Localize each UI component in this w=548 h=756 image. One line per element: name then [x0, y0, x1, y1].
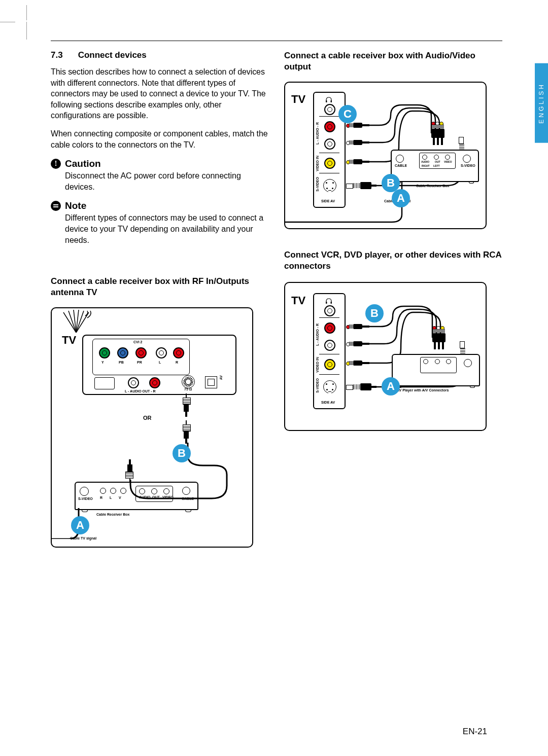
note-icon: [51, 201, 61, 211]
d1-crb-svideo: S-VIDEO: [78, 497, 93, 500]
antenna-icon: [61, 310, 91, 333]
d1-pr: PR: [137, 361, 142, 364]
caution-body: Disconnect the AC power cord before conn…: [51, 170, 269, 192]
d1-audio-out: L - AUDIO OUT - R: [125, 389, 156, 393]
subhead-right-bottom: Connect VCR, DVD player, or other device…: [284, 249, 502, 272]
crop-mark-h: [0, 22, 15, 22]
d1-crb-cable: CABLE: [182, 497, 194, 500]
d1-tv-panel: CVI 2 Y PB PR L R: [82, 335, 236, 395]
page-content: 7.3Connect devices This section describe…: [51, 41, 502, 715]
right-column: Connect a cable receiver box with Audio/…: [284, 50, 502, 548]
d2-label-C: C: [338, 105, 357, 123]
section-number: 7.3: [51, 50, 63, 60]
d2-dev-svideo: S-VIDEO: [461, 164, 475, 167]
crop-mark-v: [26, 22, 27, 40]
d2-dev-audio: AUDIO: [421, 160, 429, 163]
d1-av: AV: [219, 375, 223, 380]
d1-tv-label: TV: [62, 334, 76, 347]
caution-block: ! Caution Disconnect the AC power cord b…: [51, 158, 269, 192]
d3-dev-plug-yellow: [440, 326, 446, 347]
diagram-av-output: TV L - AUDIO - R: [284, 82, 487, 229]
d1-cvi2-label: CVI 2: [133, 340, 143, 344]
left-column: 7.3Connect devices This section describe…: [51, 50, 269, 548]
d2-dev-out: OUT: [435, 160, 440, 163]
note-label: Note: [65, 200, 86, 211]
subhead-left: Connect a cable receiver box with RF In/…: [51, 276, 269, 298]
d2-device-label: Cable Receiver Box: [416, 184, 449, 188]
d1-crb-audio: AUDIO: [139, 495, 151, 499]
d1-coax-plug-2: [182, 422, 191, 443]
svg-rect-1: [53, 206, 58, 207]
subhead-right-top: Connect a cable receiver box with Audio/…: [284, 50, 502, 73]
intro-para-1: This section describes how to connect a …: [51, 66, 269, 121]
d1-coax-plug-1: [182, 395, 191, 416]
d1-cable-box: S-VIDEO R L V AUDIO OUT VIDEO: [75, 482, 198, 510]
note-block: Note Different types of connectors may b…: [51, 200, 269, 245]
d1-crb-out: OUT: [152, 495, 160, 499]
d1-coax-plug-3: [125, 460, 134, 481]
d1-r: R: [176, 361, 178, 364]
d2-dev-left: LEFT: [433, 164, 440, 167]
caution-icon: !: [51, 159, 61, 169]
intro-para-2: When connecting composite or component c…: [51, 128, 269, 150]
diagram-rf-antenna: TV CVI 2: [51, 307, 253, 548]
page-number: EN-21: [463, 727, 487, 737]
diagram-rca: TV L - AUDIO - R VID: [284, 282, 487, 431]
caution-label: Caution: [65, 158, 101, 169]
d1-crb-rlv: R L V: [100, 496, 124, 499]
crop-mark-v2: [26, 5, 27, 20]
d1-crb-video: VIDEO: [162, 495, 174, 499]
section-title: Connect devices: [78, 50, 147, 60]
d2-dev-cable: CABLE: [395, 164, 407, 167]
d1-y: Y: [101, 361, 104, 364]
language-tab: ENGLISH: [535, 63, 548, 143]
d2-device: CABLE AUDIO RIGHT LEFT OUT VIDEO S-VIDEO: [391, 150, 479, 182]
d1-cable-signal: Cable TV signal: [70, 536, 96, 540]
d3-device-label: AV Player with A/V Connectors: [397, 388, 449, 392]
d1-pb: PB: [119, 361, 124, 364]
note-body: Different types of connectors may be use…: [51, 212, 269, 245]
page-rule: [51, 41, 502, 41]
d2-label-A: A: [392, 189, 410, 207]
svg-rect-0: [53, 204, 58, 205]
d1-or-label: OR: [143, 415, 152, 421]
d1-75ohm: 75 Ω: [184, 387, 192, 391]
d2-dev-right: RIGHT: [422, 164, 430, 167]
d1-crb-label: Cable Receiver Box: [96, 513, 129, 516]
d3-device: [392, 354, 480, 386]
d2-dev-plug-yellow: [439, 122, 445, 143]
d2-dev-video: VIDEO: [444, 160, 452, 163]
d1-l: L: [159, 361, 161, 364]
section-heading: 7.3Connect devices: [51, 50, 269, 60]
